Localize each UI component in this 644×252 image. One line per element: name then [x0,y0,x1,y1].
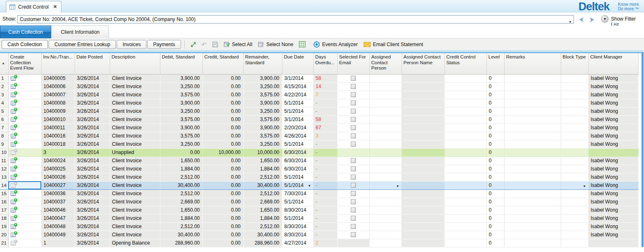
selected-for-email-cell[interactable] [337,115,369,124]
create-event-flow-icon[interactable]: + [11,109,17,114]
create-event-flow-icon[interactable]: + [11,175,17,180]
table-row[interactable]: 21+13/26/2014Opening Balance288,960.000.… [0,239,638,247]
toolbar-tab-cash-collection[interactable]: Cash Collection [2,40,48,49]
selected-for-email-cell[interactable] [337,91,369,99]
dropdown-arrow-icon[interactable]: ▼ [396,184,400,188]
dropdown-arrow-icon[interactable]: ▼ [308,184,311,188]
table-row[interactable]: 14+104000273/26/2014Client Invoice30,400… [0,181,638,189]
table-row[interactable]: 15+104000363/26/2014Client Invoice2,512.… [0,189,638,198]
table-row[interactable]: 19+104000483/26/2014Client Invoice2,512.… [0,222,638,231]
nav-forward-icon[interactable]: ⮞ [590,16,594,23]
selected-for-email-cell[interactable] [337,156,369,165]
create-event-flow-icon[interactable]: + [11,208,17,213]
create-event-flow-icon[interactable]: + [11,84,17,89]
selected-for-email-checkbox[interactable] [351,92,356,97]
document-tab-credit-control[interactable]: Credit Control ✕ [6,1,61,12]
selected-for-email-checkbox[interactable] [351,158,356,163]
column-header[interactable]: Client Manager [588,53,638,74]
table-row[interactable]: 9+104000183/26/2014Client Invoice3,250.0… [0,140,638,148]
selected-for-email-cell[interactable] [337,132,369,140]
selected-for-email-checkbox[interactable] [351,125,356,130]
email-client-statement-button[interactable]: Email Client Statement [364,42,423,47]
selected-for-email-checkbox[interactable] [351,208,356,212]
selected-for-email-checkbox[interactable] [351,84,356,89]
create-event-flow-icon[interactable]: + [11,92,17,98]
selected-for-email-cell[interactable] [337,140,369,148]
selected-for-email-checkbox[interactable] [351,216,356,221]
nav-back-icon[interactable]: ⮜ [579,16,584,23]
selected-for-email-checkbox[interactable] [351,175,356,180]
create-event-flow-icon[interactable]: + [11,100,17,106]
create-event-flow-icon[interactable]: + [11,216,17,221]
create-event-flow-icon[interactable]: + [11,117,17,122]
table-row[interactable]: 11+104000243/26/2014Client Invoice1,650.… [0,156,638,165]
table-row[interactable]: 4+104000083/26/2014Client Invoice3,900.0… [0,99,638,107]
create-event-flow-icon[interactable]: + [11,133,17,139]
selected-for-email-cell[interactable] [337,107,369,115]
column-header[interactable]: Credit, Standard [202,53,243,74]
dropdown-arrow-icon[interactable]: ▼ [583,184,586,188]
selected-for-email-cell[interactable] [337,189,369,198]
selected-for-email-checkbox[interactable] [351,142,356,147]
create-event-flow-icon[interactable]: + [11,142,17,147]
create-event-flow-icon[interactable]: + [11,183,17,188]
selected-for-email-cell[interactable] [337,82,369,91]
table-row[interactable]: 16+104000373/26/2014Client Invoice2,669.… [0,198,638,206]
selected-for-email-checkbox[interactable] [351,232,356,237]
column-header[interactable]: Remarks [504,53,561,74]
selected-for-email-cell[interactable] [337,198,369,206]
selected-for-email-cell[interactable] [337,222,369,231]
selected-for-email-checkbox[interactable] [351,191,356,196]
table-row[interactable]: 13+104000263/26/2014Client Invoice2,512.… [0,173,638,181]
table-row[interactable]: 6+104000103/26/2014Client Invoice3,575.0… [0,115,638,124]
tab-cash-collection[interactable]: Cash Collection [0,26,51,38]
table-row[interactable]: 5+104000093/26/2014Client Invoice3,250.0… [0,107,638,115]
table-row[interactable]: 1+104000053/26/2014Client Invoice3,900.0… [0,74,638,82]
sort-column-header[interactable]: ▲ [0,53,8,74]
column-header[interactable]: Block Type [561,53,588,74]
combo-dropdown-icon[interactable]: ▼ [569,19,572,23]
selected-for-email-checkbox[interactable] [351,100,356,105]
table-row[interactable]: 10+33/26/2014Unapplied0.0010,000.0010,00… [0,148,638,156]
show-filter-list-button[interactable]: ▼ [601,15,609,23]
table-row[interactable]: 8+104000163/26/2014Client Invoice3,575.0… [0,132,638,140]
create-event-flow-icon[interactable]: + [11,150,17,155]
select-none-button[interactable]: Select None [258,42,293,47]
column-header[interactable]: Debit, Standard [160,53,202,74]
selected-for-email-cell[interactable] [337,99,369,107]
close-icon[interactable]: ✕ [53,4,57,9]
selected-for-email-cell[interactable] [337,206,369,214]
selected-for-email-checkbox[interactable] [351,166,356,171]
undo-icon[interactable]: ↶ [202,41,207,48]
column-header[interactable]: Date Posted [75,53,110,74]
column-header[interactable]: Assigned Contact Person [369,53,402,74]
toolbar-tab-customer-entries-lookup[interactable]: Customer Entries Lookup [49,40,116,49]
toolbar-tab-payments[interactable]: Payments [147,40,181,49]
column-header[interactable]: Create Collection Event Flow [8,53,41,74]
selected-for-email-checkbox[interactable] [351,199,356,204]
create-event-flow-icon[interactable]: + [11,76,17,81]
selected-for-email-cell[interactable] [337,124,369,132]
table-row[interactable]: 18+104000473/26/2014Client Invoice1,884.… [0,214,638,222]
refresh-icon[interactable]: ⤢ [191,41,196,48]
selected-for-email-checkbox[interactable] [351,76,356,81]
create-event-flow-icon[interactable]: + [11,158,17,163]
table-row[interactable]: 3+104000073/26/2014Client Invoice3,575.0… [0,91,638,99]
column-header[interactable]: Description [110,53,160,74]
create-event-flow-icon[interactable]: + [11,166,17,172]
events-analyzer-button[interactable]: Events Analyzer [313,41,357,48]
create-event-flow-icon[interactable]: + [11,232,17,238]
create-event-flow-icon[interactable]: + [11,199,17,205]
selected-for-email-cell[interactable] [337,231,369,239]
column-header[interactable]: Assigned Contact Person Name [402,53,444,74]
column-header[interactable]: Level [487,53,504,74]
selected-for-email-cell[interactable] [337,74,369,82]
column-header[interactable]: Inv.No./Tran... [41,53,75,74]
selected-for-email-checkbox[interactable] [351,183,356,188]
selected-for-email-cell[interactable] [337,148,369,156]
selected-for-email-cell[interactable] [337,239,369,247]
table-row[interactable]: 17+104000463/26/2014Client Invoice1,650.… [0,206,638,214]
filter-combobox[interactable]: Customer No: 20004, ACE Ticket, Contact … [17,15,574,23]
selected-for-email-checkbox[interactable] [351,224,356,229]
save-icon[interactable] [212,42,218,47]
